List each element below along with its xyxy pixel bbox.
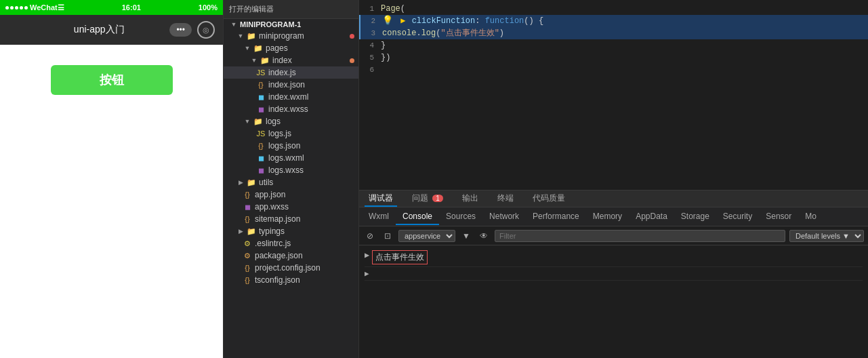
line-num-5: 5 — [359, 52, 381, 64]
filetree-logs-js[interactable]: JS logs.js — [224, 127, 358, 140]
tab-sources[interactable]: Sources — [439, 209, 482, 225]
console-tabs-bar: Wxml Console Sources Network Performance… — [359, 207, 868, 226]
index-wxss-label: index.wxss — [268, 104, 308, 114]
json-icon-index: {} — [256, 81, 266, 89]
filetree-app-wxss[interactable]: ◼ app.wxss — [224, 201, 358, 213]
line-content-2: 💡 ▶ clickFunction: function() { — [382, 15, 868, 27]
wxml-icon-index: ◼ — [256, 93, 266, 102]
collapse-icon: ▼ — [229, 21, 239, 28]
filter-dropdown-button[interactable]: ▼ — [459, 229, 473, 243]
tab-issues[interactable]: 问题 1 — [408, 191, 447, 207]
collapse-pages-icon: ▼ — [243, 45, 252, 52]
phone-dots-button[interactable]: ••• — [169, 23, 192, 37]
line-num-1: 1 — [359, 3, 381, 15]
line-num-6: 6 — [359, 64, 381, 76]
tab-quality[interactable]: 代码质量 — [529, 191, 569, 207]
service-select[interactable]: appservice — [398, 230, 455, 242]
tab-terminal[interactable]: 终端 — [493, 191, 518, 207]
filetree-logs-wxss[interactable]: ◼ logs.wxss — [224, 164, 358, 176]
tab-appdata[interactable]: AppData — [629, 209, 674, 225]
tab-storage[interactable]: Storage — [674, 209, 716, 225]
filetree-logs-json[interactable]: {} logs.json — [224, 140, 358, 152]
phone-circle-button[interactable]: ◎ — [197, 21, 215, 39]
console-output: ▶ 点击事件生效 ▶ — [359, 245, 868, 358]
tab-wxml[interactable]: Wxml — [362, 209, 396, 225]
root-label: MINIPROGRAM-1 — [240, 20, 301, 28]
filetree-tsconfig-json[interactable]: {} tsconfig.json — [224, 274, 358, 286]
tab-network[interactable]: Network — [482, 209, 526, 225]
js-icon-logs: JS — [256, 130, 266, 138]
js-icon-eslint: ⚙ — [243, 239, 252, 248]
wxss-icon-index: ◼ — [256, 105, 266, 114]
line-content-1: Page( — [381, 3, 868, 15]
phone-content: 按钮 — [0, 45, 223, 358]
console-stop-button[interactable]: ⊡ — [381, 229, 394, 243]
collapse-index-icon: ▼ — [249, 57, 259, 64]
folder-utils-icon: 📁 — [247, 178, 256, 187]
filter-input[interactable] — [495, 230, 785, 242]
circle-icon: ◎ — [203, 26, 209, 35]
filetree-index-folder[interactable]: ▼ 📁 index — [224, 54, 358, 66]
filetree-logs-folder[interactable]: ▼ 📁 logs — [224, 115, 358, 127]
filetree-panel: 打开的编辑器 ▼ MINIPROGRAM-1 ▼ 📁 miniprogram ▼… — [224, 0, 359, 358]
typings-label: typings — [259, 226, 285, 236]
filetree-index-wxml[interactable]: ◼ index.wxml — [224, 91, 358, 103]
carrier-label: WeChat☰ — [30, 3, 64, 12]
tab-debugger[interactable]: 调试器 — [365, 191, 397, 207]
logs-wxml-label: logs.wxml — [268, 153, 304, 163]
filetree-typings-folder[interactable]: ▶ 📁 typings — [224, 225, 358, 237]
tab-security[interactable]: Security — [716, 209, 759, 225]
eslint-label: .eslintrc.js — [255, 239, 291, 248]
filetree-package-json[interactable]: ⚙ package.json — [224, 250, 358, 262]
eye-button[interactable]: 👁 — [477, 229, 491, 243]
phone-title-icons: ••• ◎ — [169, 21, 215, 39]
filetree-index-js[interactable]: JS index.js — [224, 66, 358, 79]
line-content-5: }) — [381, 52, 868, 64]
json-icon-sitemap: {} — [243, 215, 252, 223]
line-content-4: } — [381, 39, 868, 52]
phone-title-bar: uni-app入门 ••• ◎ — [0, 15, 223, 45]
index-js-label: index.js — [268, 68, 296, 77]
filetree-logs-wxml[interactable]: ◼ logs.wxml — [224, 152, 358, 164]
filetree-utils-folder[interactable]: ▶ 📁 utils — [224, 176, 358, 188]
logs-js-label: logs.js — [268, 129, 291, 138]
line-num-3: 3 — [360, 27, 382, 39]
index-json-label: index.json — [268, 80, 305, 90]
tab-console[interactable]: Console — [396, 209, 439, 225]
collapse-utils-icon: ▶ — [236, 179, 245, 186]
dot-red-miniprogram — [350, 34, 354, 39]
folder-typings-icon: 📁 — [247, 227, 256, 236]
console-clear-button[interactable]: ⊘ — [363, 229, 377, 243]
dot-4 — [20, 6, 23, 9]
filetree-index-wxss[interactable]: ◼ index.wxss — [224, 103, 358, 115]
filetree-sitemap-json[interactable]: {} sitemap.json — [224, 213, 358, 225]
line-num-4: 4 — [359, 39, 381, 52]
collapse-logs-icon: ▼ — [243, 118, 252, 125]
filetree-eslint[interactable]: ⚙ .eslintrc.js — [224, 237, 358, 250]
wxss-icon-logs: ◼ — [256, 166, 266, 175]
tab-mo[interactable]: Mo — [798, 209, 823, 225]
wxss-icon-app: ◼ — [243, 203, 252, 212]
filetree-root[interactable]: ▼ MINIPROGRAM-1 — [224, 19, 358, 30]
tab-performance[interactable]: Performance — [526, 209, 586, 225]
filetree-miniprogram[interactable]: ▼ 📁 miniprogram — [224, 30, 358, 42]
filetree-pages[interactable]: ▼ 📁 pages — [224, 42, 358, 54]
filetree-project-config-json[interactable]: {} project.config.json — [224, 262, 358, 274]
level-select[interactable]: Default levels ▼ — [789, 230, 864, 242]
console-log-entry-1: ▶ 点击事件生效 — [365, 248, 863, 267]
filetree-app-json[interactable]: {} app.json — [224, 188, 358, 201]
tab-output[interactable]: 输出 — [458, 191, 482, 207]
app-json-label: app.json — [255, 190, 285, 199]
console-log-text: 点击事件生效 — [372, 250, 428, 264]
expand-arrow[interactable]: ▶ — [365, 250, 369, 260]
tab-sensor[interactable]: Sensor — [759, 209, 798, 225]
phone-panel: WeChat☰ 16:01 100% uni-app入门 ••• ◎ 按钮 — [0, 0, 224, 358]
phone-button[interactable]: 按钮 — [51, 65, 173, 95]
json-icon-app: {} — [243, 191, 252, 199]
filetree-index-json[interactable]: {} index.json — [224, 79, 358, 91]
js-icon-index: JS — [256, 68, 266, 77]
tab-memory[interactable]: Memory — [586, 209, 629, 225]
line-num-2: 2 — [360, 15, 382, 27]
status-left: WeChat☰ — [5, 3, 64, 12]
arrow-icon: ▶ — [400, 16, 405, 26]
